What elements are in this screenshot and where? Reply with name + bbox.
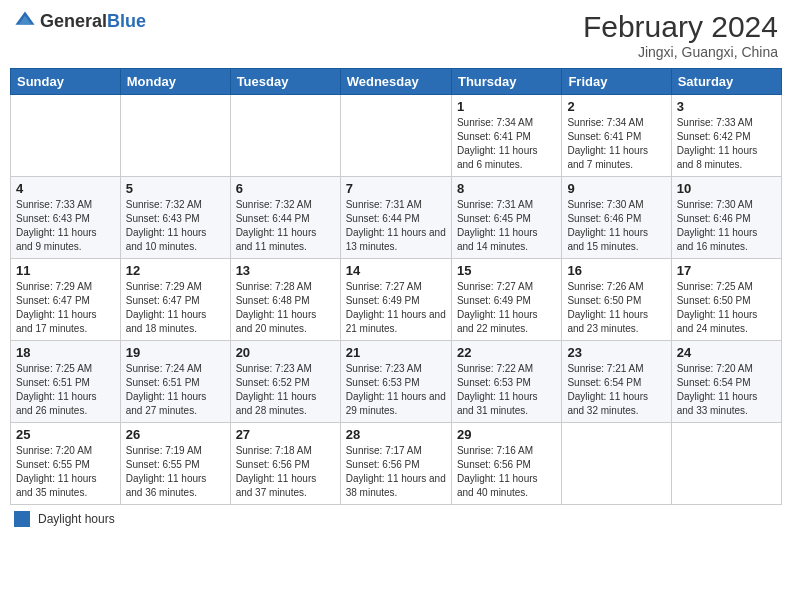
calendar-cell: 28Sunrise: 7:17 AM Sunset: 6:56 PM Dayli… — [340, 423, 451, 505]
day-info: Sunrise: 7:32 AM Sunset: 6:44 PM Dayligh… — [236, 198, 335, 254]
day-number: 5 — [126, 181, 225, 196]
weekday-header-saturday: Saturday — [671, 69, 781, 95]
day-number: 15 — [457, 263, 556, 278]
day-info: Sunrise: 7:21 AM Sunset: 6:54 PM Dayligh… — [567, 362, 665, 418]
calendar-cell — [120, 95, 230, 177]
calendar-cell: 7Sunrise: 7:31 AM Sunset: 6:44 PM Daylig… — [340, 177, 451, 259]
day-number: 9 — [567, 181, 665, 196]
calendar-cell: 25Sunrise: 7:20 AM Sunset: 6:55 PM Dayli… — [11, 423, 121, 505]
day-info: Sunrise: 7:20 AM Sunset: 6:55 PM Dayligh… — [16, 444, 115, 500]
calendar-cell: 3Sunrise: 7:33 AM Sunset: 6:42 PM Daylig… — [671, 95, 781, 177]
logo: GeneralBlue — [14, 10, 146, 32]
weekday-header-wednesday: Wednesday — [340, 69, 451, 95]
day-info: Sunrise: 7:27 AM Sunset: 6:49 PM Dayligh… — [346, 280, 446, 336]
calendar-table: SundayMondayTuesdayWednesdayThursdayFrid… — [10, 68, 782, 505]
day-info: Sunrise: 7:30 AM Sunset: 6:46 PM Dayligh… — [567, 198, 665, 254]
calendar-cell: 5Sunrise: 7:32 AM Sunset: 6:43 PM Daylig… — [120, 177, 230, 259]
calendar-week-row: 25Sunrise: 7:20 AM Sunset: 6:55 PM Dayli… — [11, 423, 782, 505]
day-info: Sunrise: 7:32 AM Sunset: 6:43 PM Dayligh… — [126, 198, 225, 254]
calendar-cell — [230, 95, 340, 177]
calendar-cell: 4Sunrise: 7:33 AM Sunset: 6:43 PM Daylig… — [11, 177, 121, 259]
day-info: Sunrise: 7:23 AM Sunset: 6:53 PM Dayligh… — [346, 362, 446, 418]
day-info: Sunrise: 7:19 AM Sunset: 6:55 PM Dayligh… — [126, 444, 225, 500]
calendar-cell: 22Sunrise: 7:22 AM Sunset: 6:53 PM Dayli… — [451, 341, 561, 423]
month-year-title: February 2024 — [583, 10, 778, 44]
day-info: Sunrise: 7:26 AM Sunset: 6:50 PM Dayligh… — [567, 280, 665, 336]
day-number: 11 — [16, 263, 115, 278]
weekday-header-thursday: Thursday — [451, 69, 561, 95]
day-number: 4 — [16, 181, 115, 196]
day-info: Sunrise: 7:25 AM Sunset: 6:51 PM Dayligh… — [16, 362, 115, 418]
calendar-cell: 6Sunrise: 7:32 AM Sunset: 6:44 PM Daylig… — [230, 177, 340, 259]
logo-icon — [14, 10, 36, 32]
day-number: 29 — [457, 427, 556, 442]
calendar-week-row: 18Sunrise: 7:25 AM Sunset: 6:51 PM Dayli… — [11, 341, 782, 423]
day-number: 13 — [236, 263, 335, 278]
day-number: 23 — [567, 345, 665, 360]
day-number: 24 — [677, 345, 776, 360]
calendar-cell: 23Sunrise: 7:21 AM Sunset: 6:54 PM Dayli… — [562, 341, 671, 423]
day-number: 25 — [16, 427, 115, 442]
day-number: 18 — [16, 345, 115, 360]
day-number: 21 — [346, 345, 446, 360]
title-block: February 2024 Jingxi, Guangxi, China — [583, 10, 778, 60]
daylight-label: Daylight hours — [38, 512, 115, 526]
day-info: Sunrise: 7:29 AM Sunset: 6:47 PM Dayligh… — [16, 280, 115, 336]
day-number: 20 — [236, 345, 335, 360]
day-number: 26 — [126, 427, 225, 442]
calendar-cell: 15Sunrise: 7:27 AM Sunset: 6:49 PM Dayli… — [451, 259, 561, 341]
calendar-cell: 19Sunrise: 7:24 AM Sunset: 6:51 PM Dayli… — [120, 341, 230, 423]
day-number: 6 — [236, 181, 335, 196]
weekday-header-monday: Monday — [120, 69, 230, 95]
weekday-header-friday: Friday — [562, 69, 671, 95]
day-number: 22 — [457, 345, 556, 360]
calendar-cell: 29Sunrise: 7:16 AM Sunset: 6:56 PM Dayli… — [451, 423, 561, 505]
calendar-cell: 2Sunrise: 7:34 AM Sunset: 6:41 PM Daylig… — [562, 95, 671, 177]
logo-text-blue: Blue — [107, 11, 146, 31]
day-number: 28 — [346, 427, 446, 442]
calendar-cell: 17Sunrise: 7:25 AM Sunset: 6:50 PM Dayli… — [671, 259, 781, 341]
calendar-body: 1Sunrise: 7:34 AM Sunset: 6:41 PM Daylig… — [11, 95, 782, 505]
day-info: Sunrise: 7:34 AM Sunset: 6:41 PM Dayligh… — [457, 116, 556, 172]
calendar-cell: 11Sunrise: 7:29 AM Sunset: 6:47 PM Dayli… — [11, 259, 121, 341]
day-info: Sunrise: 7:33 AM Sunset: 6:42 PM Dayligh… — [677, 116, 776, 172]
day-info: Sunrise: 7:30 AM Sunset: 6:46 PM Dayligh… — [677, 198, 776, 254]
calendar-cell: 18Sunrise: 7:25 AM Sunset: 6:51 PM Dayli… — [11, 341, 121, 423]
calendar-cell: 13Sunrise: 7:28 AM Sunset: 6:48 PM Dayli… — [230, 259, 340, 341]
day-info: Sunrise: 7:33 AM Sunset: 6:43 PM Dayligh… — [16, 198, 115, 254]
day-number: 10 — [677, 181, 776, 196]
calendar-cell: 10Sunrise: 7:30 AM Sunset: 6:46 PM Dayli… — [671, 177, 781, 259]
day-info: Sunrise: 7:23 AM Sunset: 6:52 PM Dayligh… — [236, 362, 335, 418]
weekday-header-sunday: Sunday — [11, 69, 121, 95]
calendar-cell: 16Sunrise: 7:26 AM Sunset: 6:50 PM Dayli… — [562, 259, 671, 341]
day-number: 3 — [677, 99, 776, 114]
day-info: Sunrise: 7:16 AM Sunset: 6:56 PM Dayligh… — [457, 444, 556, 500]
calendar-week-row: 4Sunrise: 7:33 AM Sunset: 6:43 PM Daylig… — [11, 177, 782, 259]
day-number: 19 — [126, 345, 225, 360]
day-number: 27 — [236, 427, 335, 442]
calendar-cell: 1Sunrise: 7:34 AM Sunset: 6:41 PM Daylig… — [451, 95, 561, 177]
day-info: Sunrise: 7:24 AM Sunset: 6:51 PM Dayligh… — [126, 362, 225, 418]
calendar-cell: 9Sunrise: 7:30 AM Sunset: 6:46 PM Daylig… — [562, 177, 671, 259]
calendar-cell: 14Sunrise: 7:27 AM Sunset: 6:49 PM Dayli… — [340, 259, 451, 341]
calendar-header-row: SundayMondayTuesdayWednesdayThursdayFrid… — [11, 69, 782, 95]
calendar-cell: 12Sunrise: 7:29 AM Sunset: 6:47 PM Dayli… — [120, 259, 230, 341]
calendar-cell — [671, 423, 781, 505]
calendar-cell: 20Sunrise: 7:23 AM Sunset: 6:52 PM Dayli… — [230, 341, 340, 423]
day-info: Sunrise: 7:34 AM Sunset: 6:41 PM Dayligh… — [567, 116, 665, 172]
calendar-cell — [11, 95, 121, 177]
calendar-cell — [340, 95, 451, 177]
location-subtitle: Jingxi, Guangxi, China — [583, 44, 778, 60]
day-info: Sunrise: 7:31 AM Sunset: 6:45 PM Dayligh… — [457, 198, 556, 254]
day-number: 7 — [346, 181, 446, 196]
page-header: GeneralBlue February 2024 Jingxi, Guangx… — [10, 10, 782, 60]
calendar-cell: 27Sunrise: 7:18 AM Sunset: 6:56 PM Dayli… — [230, 423, 340, 505]
calendar-week-row: 11Sunrise: 7:29 AM Sunset: 6:47 PM Dayli… — [11, 259, 782, 341]
daylight-swatch — [14, 511, 30, 527]
day-info: Sunrise: 7:31 AM Sunset: 6:44 PM Dayligh… — [346, 198, 446, 254]
day-number: 17 — [677, 263, 776, 278]
day-info: Sunrise: 7:17 AM Sunset: 6:56 PM Dayligh… — [346, 444, 446, 500]
day-info: Sunrise: 7:18 AM Sunset: 6:56 PM Dayligh… — [236, 444, 335, 500]
calendar-cell: 8Sunrise: 7:31 AM Sunset: 6:45 PM Daylig… — [451, 177, 561, 259]
day-number: 1 — [457, 99, 556, 114]
